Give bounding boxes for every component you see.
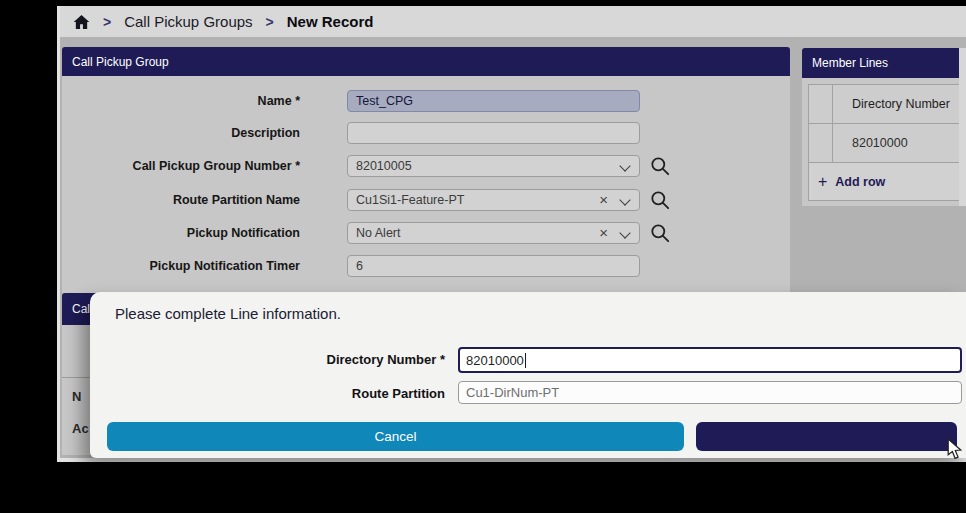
dialog-message: Please complete Line information.	[115, 305, 341, 322]
dialog-directory-number-input[interactable]: 82010000	[458, 347, 962, 373]
member-lines-panel-title: Member Lines	[812, 56, 888, 70]
member-lines-column-header: Directory Number	[832, 84, 960, 124]
pickup-notification-label: Pickup Notification	[70, 222, 300, 244]
background-label-fragment: N	[72, 389, 81, 404]
clear-icon[interactable]: ×	[599, 223, 608, 243]
member-lines-row-directory-number: 82010000	[832, 123, 960, 163]
clear-icon[interactable]: ×	[599, 190, 608, 210]
background-label-fragment: Ac	[72, 421, 89, 436]
mouse-cursor-icon	[947, 438, 963, 464]
chevron-down-icon[interactable]	[619, 160, 630, 171]
chevron-down-icon[interactable]	[619, 227, 630, 238]
text-cursor	[525, 353, 526, 368]
breadcrumb-item-new-record: New Record	[287, 13, 374, 30]
pickup-notification-value: No Alert	[356, 226, 400, 240]
breadcrumb-separator-icon: >	[103, 14, 111, 30]
pickup-notification-search-icon[interactable]	[650, 223, 670, 243]
description-label: Description	[70, 122, 300, 144]
call-pickup-group-number-dropdown[interactable]: 82010005	[347, 155, 640, 177]
name-input[interactable]: Test_CPG	[347, 90, 640, 112]
background-panel-divider	[62, 377, 90, 378]
call-pickup-group-number-search-icon[interactable]	[650, 156, 670, 176]
confirm-button[interactable]	[696, 422, 957, 451]
member-lines-selector-header-cell	[808, 84, 833, 124]
member-lines-row-selector-cell[interactable]	[808, 123, 833, 163]
add-row-label: Add row	[835, 175, 885, 189]
member-lines-panel-header: Member Lines	[802, 48, 966, 78]
name-label: Name *	[70, 90, 300, 112]
call-pickup-group-number-value: 82010005	[356, 159, 412, 173]
pickup-notification-timer-input[interactable]: 6	[347, 255, 640, 277]
pickup-notification-dropdown[interactable]: No Alert ×	[347, 222, 640, 244]
route-partition-name-label: Route Partition Name	[70, 189, 300, 211]
add-row-button[interactable]: + Add row	[808, 162, 960, 201]
dialog-route-partition-label: Route Partition	[150, 386, 445, 401]
window-left-edge	[57, 6, 60, 462]
dialog-route-partition-input[interactable]: Cu1-DirNum-PT	[458, 381, 962, 404]
screen: > Call Pickup Groups > New Record Call P…	[0, 0, 966, 513]
route-partition-name-value: Cu1Si1-Feature-PT	[356, 193, 464, 207]
breadcrumb: > Call Pickup Groups > New Record	[60, 6, 966, 37]
call-pickup-group-panel-title: Call Pickup Group	[72, 55, 169, 69]
breadcrumb-separator-icon: >	[266, 14, 274, 30]
plus-icon: +	[818, 174, 827, 190]
window-bottom-edge	[57, 458, 966, 462]
dialog-directory-number-value: 82010000	[466, 353, 524, 368]
cancel-button[interactable]: Cancel	[107, 422, 684, 451]
description-input[interactable]	[347, 122, 640, 144]
chevron-down-icon[interactable]	[619, 194, 630, 205]
home-icon[interactable]	[73, 14, 90, 30]
route-partition-name-search-icon[interactable]	[650, 190, 670, 210]
breadcrumb-item-call-pickup-groups[interactable]: Call Pickup Groups	[124, 13, 252, 30]
background-panel-title-fragment: Cal	[72, 302, 90, 316]
call-pickup-group-number-label: Call Pickup Group Number *	[70, 155, 300, 177]
pickup-notification-timer-label: Pickup Notification Timer	[70, 255, 300, 277]
route-partition-name-dropdown[interactable]: Cu1Si1-Feature-PT ×	[347, 189, 640, 211]
dialog-directory-number-label: Directory Number *	[150, 352, 445, 367]
scrollbar-track[interactable]	[959, 48, 966, 206]
call-pickup-group-panel-header: Call Pickup Group	[62, 47, 790, 76]
